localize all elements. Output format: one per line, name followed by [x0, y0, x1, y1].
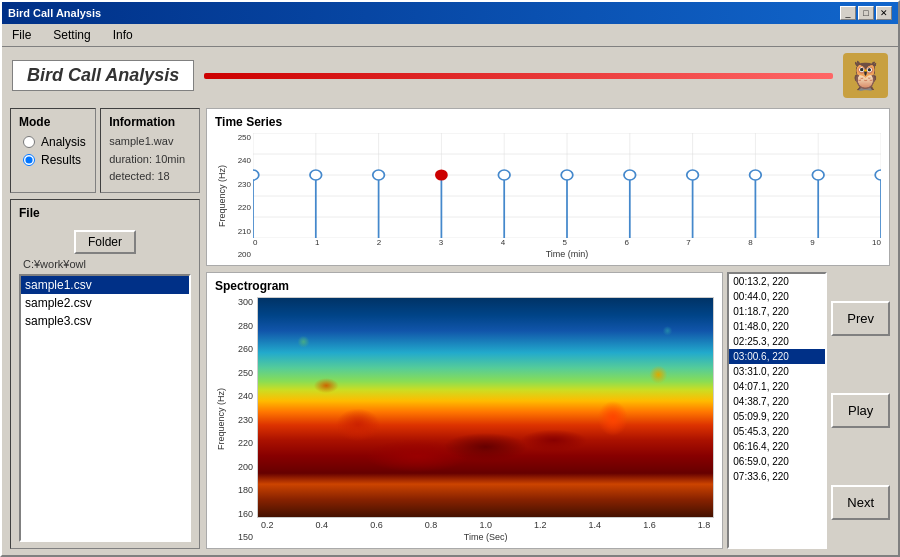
- svg-point-28: [561, 170, 573, 180]
- spec-x-06: 0.6: [370, 520, 383, 530]
- detection-4[interactable]: 02:25.3, 220: [729, 334, 825, 349]
- spec-y-250: 250: [238, 368, 253, 378]
- svg-point-26: [498, 170, 510, 180]
- main-window: Bird Call Analysis _ □ ✕ File Setting In…: [0, 0, 900, 557]
- control-buttons: Prev Play Next: [831, 272, 890, 549]
- folder-button[interactable]: Folder: [74, 230, 136, 254]
- ts-x-2: 2: [377, 238, 381, 247]
- ts-y-200: 200: [238, 250, 251, 259]
- detection-list[interactable]: 00:13.2, 220 00:44.0, 220 01:18.7, 220 0…: [727, 272, 827, 549]
- ts-y-240: 240: [238, 156, 251, 165]
- window-title: Bird Call Analysis: [8, 7, 101, 19]
- ts-y-label-container: Frequency (Hz): [215, 133, 231, 259]
- ts-y-250: 250: [238, 133, 251, 142]
- spec-y-axis-label: Frequency (Hz): [216, 388, 226, 450]
- mode-panel: Mode Analysis Results: [10, 108, 96, 193]
- right-panel: Time Series Frequency (Hz) 250 240 230 2…: [206, 108, 890, 549]
- file-listbox[interactable]: sample1.csv sample2.csv sample3.csv: [19, 274, 191, 542]
- mode-radio-group: Analysis Results: [23, 135, 87, 167]
- detection-3[interactable]: 01:48.0, 220: [729, 319, 825, 334]
- spec-x-02: 0.2: [261, 520, 274, 530]
- detection-8[interactable]: 04:38.7, 220: [729, 394, 825, 409]
- radio-analysis-label: Analysis: [41, 135, 86, 149]
- detection-6[interactable]: 03:31.0, 220: [729, 364, 825, 379]
- ts-y-220: 220: [238, 203, 251, 212]
- spec-x-14: 1.4: [589, 520, 602, 530]
- owl-icon: 🦉: [843, 53, 888, 98]
- detection-7[interactable]: 04:07.1, 220: [729, 379, 825, 394]
- maximize-button[interactable]: □: [858, 6, 874, 20]
- svg-point-22: [373, 170, 385, 180]
- spec-y-260: 260: [238, 344, 253, 354]
- next-button[interactable]: Next: [831, 485, 890, 520]
- minimize-button[interactable]: _: [840, 6, 856, 20]
- detection-11[interactable]: 06:16.4, 220: [729, 439, 825, 454]
- ts-y-axis-label: Frequency (Hz): [217, 165, 227, 227]
- ts-chart-wrapper: 0 1 2 3 4 5 6 7 8 9 10 Time (min): [253, 133, 881, 259]
- menu-setting[interactable]: Setting: [47, 26, 96, 44]
- detection-13[interactable]: 07:33.6, 220: [729, 469, 825, 484]
- spec-x-08: 0.8: [425, 520, 438, 530]
- file-item-2[interactable]: sample3.csv: [21, 312, 189, 330]
- radio-analysis-input[interactable]: [23, 136, 35, 148]
- detection-1[interactable]: 00:44.0, 220: [729, 289, 825, 304]
- mode-title: Mode: [19, 115, 87, 129]
- radio-results[interactable]: Results: [23, 153, 87, 167]
- ts-x-9: 9: [810, 238, 814, 247]
- detection-12[interactable]: 06:59.0, 220: [729, 454, 825, 469]
- detection-5[interactable]: 03:00.6, 220: [729, 349, 825, 364]
- spec-x-ticks: 0.2 0.4 0.6 0.8 1.0 1.2 1.4 1.6 1.8: [257, 518, 714, 530]
- spec-y-150: 150: [238, 532, 253, 542]
- ts-y-ticks: 250 240 230 220 210 200: [231, 133, 253, 259]
- svg-point-30: [624, 170, 636, 180]
- window-controls: _ □ ✕: [840, 6, 892, 20]
- file-title: File: [19, 206, 191, 220]
- ts-x-7: 7: [686, 238, 690, 247]
- ts-x-5: 5: [563, 238, 567, 247]
- app-title: Bird Call Analysis: [12, 60, 194, 91]
- svg-point-36: [812, 170, 824, 180]
- ts-x-0: 0: [253, 238, 257, 247]
- svg-point-38: [875, 170, 881, 180]
- spec-y-280: 280: [238, 321, 253, 331]
- left-panel: Mode Analysis Results Informat: [10, 108, 200, 549]
- ts-x-1: 1: [315, 238, 319, 247]
- ts-x-ticks: 0 1 2 3 4 5 6 7 8 9 10: [253, 238, 881, 247]
- spec-y-220: 220: [238, 438, 253, 448]
- detection-9[interactable]: 05:09.9, 220: [729, 409, 825, 424]
- svg-point-24: [435, 170, 448, 181]
- menu-info[interactable]: Info: [107, 26, 139, 44]
- play-button[interactable]: Play: [831, 393, 890, 428]
- accent-bar: [204, 73, 833, 79]
- time-series-content: Frequency (Hz) 250 240 230 220 210 200: [215, 133, 881, 259]
- info-detected: detected: 18: [109, 168, 191, 186]
- app-header: Bird Call Analysis 🦉: [2, 47, 898, 104]
- prev-button[interactable]: Prev: [831, 301, 890, 336]
- mode-info-row: Mode Analysis Results Informat: [10, 108, 200, 193]
- title-bar: Bird Call Analysis _ □ ✕: [2, 2, 898, 24]
- info-panel: Information sample1.wav duration: 10min …: [100, 108, 200, 193]
- spec-main: Frequency (Hz) 300 280 260 250 240 230 2…: [215, 297, 714, 542]
- spec-y-240: 240: [238, 391, 253, 401]
- info-duration: duration: 10min: [109, 151, 191, 169]
- radio-results-input[interactable]: [23, 154, 35, 166]
- file-item-1[interactable]: sample2.csv: [21, 294, 189, 312]
- ts-x-axis-label: Time (min): [253, 249, 881, 259]
- menu-file[interactable]: File: [6, 26, 37, 44]
- menu-bar: File Setting Info: [2, 24, 898, 47]
- close-button[interactable]: ✕: [876, 6, 892, 20]
- spec-content: 0.2 0.4 0.6 0.8 1.0 1.2 1.4 1.6 1.8 Time…: [257, 297, 714, 542]
- folder-path: C:¥work¥owl: [23, 258, 191, 270]
- spec-x-10: 1.0: [479, 520, 492, 530]
- ts-x-6: 6: [624, 238, 628, 247]
- detection-0[interactable]: 00:13.2, 220: [729, 274, 825, 289]
- ts-y-230: 230: [238, 180, 251, 189]
- spec-x-12: 1.2: [534, 520, 547, 530]
- spec-y-label-container: Frequency (Hz): [215, 297, 229, 542]
- ts-y-210: 210: [238, 227, 251, 236]
- radio-analysis[interactable]: Analysis: [23, 135, 87, 149]
- spec-x-axis-label: Time (Sec): [257, 532, 714, 542]
- detection-2[interactable]: 01:18.7, 220: [729, 304, 825, 319]
- detection-10[interactable]: 05:45.3, 220: [729, 424, 825, 439]
- file-item-0[interactable]: sample1.csv: [21, 276, 189, 294]
